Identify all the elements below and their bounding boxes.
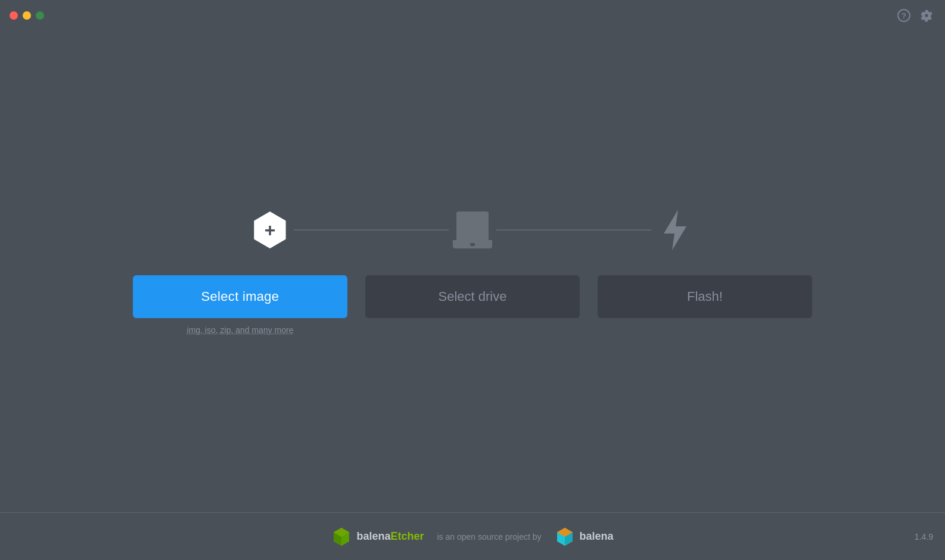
svg-marker-0 (664, 210, 686, 250)
version-label: 1.4.9 (915, 532, 933, 542)
drive-base (453, 240, 492, 248)
footer: balenaEtcher is an open source project b… (0, 512, 945, 560)
main-content: + Select image img, iso, z (0, 31, 945, 512)
titlebar-right: ? (897, 9, 933, 22)
select-drive-wrap: Select drive (347, 275, 598, 318)
etcher-cube-icon (331, 527, 352, 547)
select-image-button[interactable]: Select image (133, 275, 347, 318)
hexagon-plus-icon: + (251, 211, 288, 248)
flash-button[interactable]: Flash! (598, 275, 812, 318)
balena-brand-text: balena (580, 530, 614, 543)
help-button[interactable]: ? (897, 9, 910, 22)
etcher-logo: balenaEtcher (331, 527, 424, 547)
drive-icon (453, 211, 492, 248)
question-icon: ? (902, 11, 906, 20)
drive-body (456, 211, 489, 240)
plus-symbol: + (265, 219, 276, 241)
steps-row: + (0, 209, 945, 251)
gear-icon (920, 9, 933, 22)
settings-button[interactable] (920, 9, 933, 22)
balena-logo: balena (555, 527, 614, 547)
etcher-brand-text: balenaEtcher (356, 530, 424, 543)
footer-separator-text: is an open source project by (437, 532, 541, 542)
connector-line-2 (496, 229, 651, 231)
close-button[interactable] (10, 11, 18, 20)
balena-cube-icon (555, 527, 575, 547)
buttons-row: Select image img, iso, zip, and many mor… (133, 275, 812, 335)
maximize-button[interactable] (36, 11, 44, 20)
lightning-icon (659, 209, 691, 251)
connector-line-1 (294, 229, 449, 231)
minimize-button[interactable] (23, 11, 31, 20)
titlebar: ? (0, 0, 945, 31)
select-drive-button[interactable]: Select drive (365, 275, 580, 318)
flash-wrap: Flash! (598, 275, 812, 318)
select-image-subtitle: img, iso, zip, and many more (187, 325, 294, 335)
flash-step-icon (651, 209, 699, 251)
select-image-step-icon: + (246, 211, 294, 248)
window-controls (10, 11, 44, 20)
select-drive-step-icon (449, 211, 496, 248)
drive-led (470, 243, 475, 246)
footer-content: balenaEtcher is an open source project b… (331, 527, 613, 547)
select-image-wrap: Select image img, iso, zip, and many mor… (133, 275, 347, 335)
